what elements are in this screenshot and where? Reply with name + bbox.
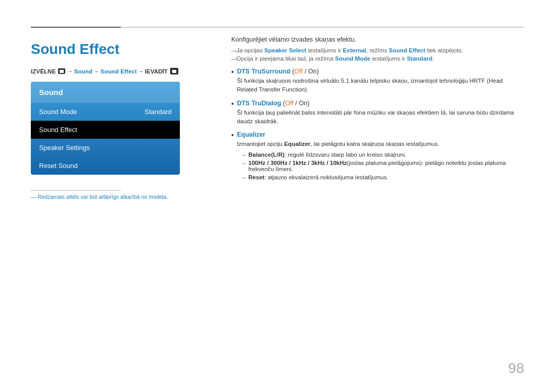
sub-bullet-content-2: 100Hz / 300Hz / 1kHz / 3kHz / 10kHz(josl… [248, 160, 524, 172]
menu-box: Sound Sound Mode Standard Sound Effect S… [31, 82, 180, 175]
menu-item-reset-sound-label: Reset Sound [39, 162, 78, 170]
sub-bullet-balance: – Balance(L/R): regulē līdzsvaru starp l… [242, 152, 524, 158]
breadcrumb-icon-menu [58, 68, 65, 74]
menu-item-speaker-settings-label: Speaker Settings [39, 144, 90, 152]
note-line-1: Ja opcijas Speaker Select iestatījums ir… [231, 47, 524, 53]
bottom-note: ― Redzamais attēls var būt atšķirīgs atk… [31, 194, 216, 200]
bottom-divider [31, 190, 121, 191]
bullet-title-2: DTS TruDialog (Off / On) [237, 100, 524, 107]
bullet-desc-1: Šī funkcija skaļruņos nodrošina virtuālu… [237, 77, 524, 95]
breadcrumb-prefix: IZVĒLNE [31, 68, 56, 74]
page-title: Sound Effect [31, 41, 216, 58]
menu-item-reset-sound[interactable]: Reset Sound [31, 157, 180, 175]
sub-bullet-reset: – Reset: atjauno ekvalaizerā noklusējuma… [242, 174, 524, 180]
sub-bullet-freq: – 100Hz / 300Hz / 1kHz / 3kHz / 10kHz(jo… [242, 160, 524, 172]
sub-bullet-dash-2: – [242, 160, 245, 172]
menu-item-sound-effect[interactable]: Sound Effect [31, 121, 180, 139]
bullet-content-1: DTS TruSurround (Off / On) Šī funkcija s… [237, 68, 524, 95]
bullet-dts-trusurround: • DTS TruSurround (Off / On) Šī funkcija… [231, 68, 524, 95]
menu-item-sound-mode-label: Sound Mode [39, 108, 77, 116]
menu-item-sound-mode-value: Standard [144, 108, 172, 116]
menu-item-sound-effect-label: Sound Effect [39, 126, 77, 134]
menu-header: Sound [31, 82, 180, 103]
bullet-content-3: Equalizer Izmantojiet opciju Equalizer, … [237, 131, 524, 182]
bullet-section: • DTS TruSurround (Off / On) Šī funkcija… [231, 68, 524, 182]
breadcrumb: IZVĒLNE → Sound → Sound Effect → IEVADĪT [31, 68, 216, 74]
breadcrumb-item1: Sound [74, 68, 92, 74]
sub-bullet-content-3: Reset: atjauno ekvalaizerā noklusējuma i… [248, 174, 388, 180]
bullet-dts-trudialog: • DTS TruDialog (Off / On) Šī funkcija ļ… [231, 100, 524, 126]
sub-bullets: – Balance(L/R): regulē līdzsvaru starp l… [237, 152, 524, 180]
breadcrumb-item2: Sound Effect [100, 68, 137, 74]
right-column: Konfigurējiet vēlamo izvades skaņas efek… [231, 36, 524, 188]
breadcrumb-sep1: → [67, 68, 73, 74]
bullet-equalizer: • Equalizer Izmantojiet opciju Equalizer… [231, 131, 524, 182]
bullet-title-3: Equalizer [237, 131, 524, 138]
bullet-desc-3: Izmantojiet opciju Equalizer, lai pielāg… [237, 140, 524, 148]
breadcrumb-sep2: → [94, 68, 100, 74]
bullet-title-1: DTS TruSurround (Off / On) [237, 68, 524, 75]
page-number: 98 [508, 360, 524, 377]
breadcrumb-sep3: → [138, 68, 144, 74]
note-line-2: Opcija ir pieejama tikai tad, ja režīma … [231, 55, 524, 62]
intro-text: Konfigurējiet vēlamo izvades skaņas efek… [231, 36, 524, 43]
bullet-dot-1: • [231, 68, 234, 95]
sub-bullet-content-1: Balance(L/R): regulē līdzsvaru starp lab… [248, 152, 406, 158]
breadcrumb-item3: IEVADĪT [145, 68, 168, 74]
sub-bullet-dash-1: – [242, 152, 245, 158]
menu-item-speaker-settings[interactable]: Speaker Settings [31, 139, 180, 157]
menu-item-sound-mode[interactable]: Sound Mode Standard [31, 103, 180, 121]
bullet-desc-2: Šī funkcija ļauj palielināt balss intens… [237, 108, 524, 126]
bullet-dot-3: • [231, 131, 234, 182]
bullet-content-2: DTS TruDialog (Off / On) Šī funkcija ļau… [237, 100, 524, 126]
sub-bullet-dash-3: – [242, 174, 245, 180]
bullet-dot-2: • [231, 100, 234, 126]
left-column: Sound Effect IZVĒLNE → Sound → Sound Eff… [31, 36, 216, 200]
enter-icon [170, 68, 178, 74]
